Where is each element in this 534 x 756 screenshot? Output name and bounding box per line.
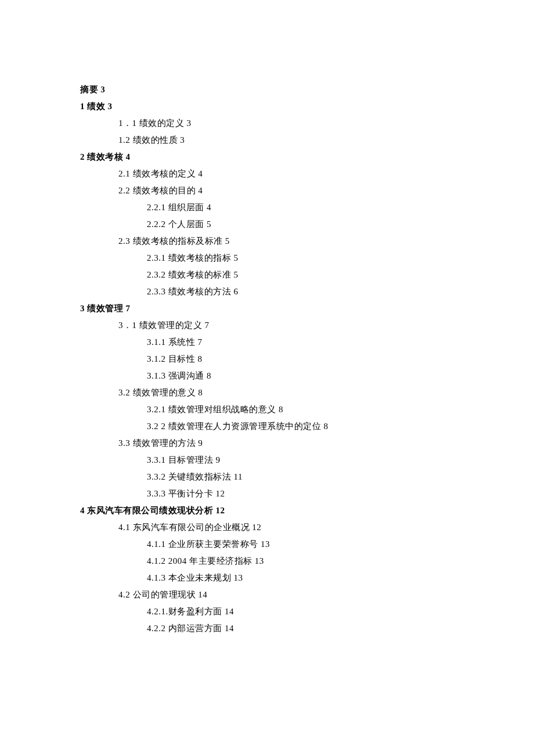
toc-entry: 3 绩效管理 7	[80, 300, 476, 317]
toc-entry: 3.3.3 平衡计分卡 12	[147, 485, 476, 502]
toc-label: 3.3.3 平衡计分卡	[147, 489, 213, 498]
toc-page: 6	[234, 287, 239, 296]
toc-label: 4.2.1.财务盈利方面	[147, 607, 222, 616]
toc-label: 2.3.1 绩效考核的指标	[147, 253, 231, 262]
toc-label: 3.3 绩效管理的方法	[118, 438, 196, 448]
toc-entry: 4.2 公司的管理现状 14	[118, 586, 476, 603]
toc-page: 7	[126, 304, 131, 313]
toc-entry: 2.3.2 绩效考核的标准 5	[147, 267, 476, 283]
toc-page: 13	[261, 539, 270, 549]
toc-label: 3.2 2 绩效管理在人力资源管理系统中的定位	[147, 422, 321, 431]
toc-entry: 2 绩效考核 4	[80, 149, 476, 165]
toc-page: 14	[198, 590, 207, 599]
toc-page: 12	[216, 489, 225, 498]
toc-page: 4	[126, 152, 131, 161]
toc-label: 3.2 绩效管理的意义	[118, 388, 196, 397]
toc-page: 8	[207, 371, 211, 380]
toc-label: 3.1.1 系统性	[147, 337, 195, 347]
toc-entry: 1 绩效 3	[80, 98, 476, 115]
toc-page: 4	[207, 203, 211, 212]
toc-page: 13	[234, 573, 243, 582]
toc-page: 8	[279, 405, 283, 414]
toc-page: 3	[187, 118, 192, 128]
toc-page: 9	[216, 455, 221, 465]
toc-entry: 4.1.2 2004 年主要经济指标 13	[147, 553, 476, 570]
toc-entry: 3.1.2 目标性 8	[147, 351, 476, 368]
toc-label: 3.1.3 强调沟通	[147, 371, 204, 380]
toc-entry: 4.1.1 企业所获主要荣誉称号 13	[147, 536, 476, 553]
toc-label: 3.3.2 关键绩效指标法	[147, 472, 231, 481]
toc-entry: 4.2.2 内部运营方面 14	[147, 620, 476, 637]
toc-entry: 2.2.2 个人层面 5	[147, 216, 476, 233]
toc-label: 4.1.1 企业所获主要荣誉称号	[147, 539, 258, 549]
toc-label: 2.1 绩效考核的定义	[118, 169, 196, 178]
toc-entry: 3.1.3 强调沟通 8	[147, 368, 476, 384]
toc-page: 9	[198, 438, 203, 448]
toc-page: 8	[324, 422, 329, 431]
toc-page: 3	[100, 85, 105, 94]
toc-page: 5	[234, 270, 239, 279]
toc-label: 1 绩效	[80, 102, 105, 111]
toc-entry: 3.2 2 绩效管理在人力资源管理系统中的定位 8	[147, 418, 476, 435]
toc-label: 1.2 绩效的性质	[118, 135, 178, 145]
toc-page: 8	[198, 354, 203, 363]
toc-label: 4.2 公司的管理现状	[118, 590, 196, 599]
toc-label: 2.2 绩效考核的目的	[118, 186, 196, 195]
toc-label: 4.1.2 2004 年主要经济指标	[147, 556, 252, 566]
toc-entry: 3.3.2 关键绩效指标法 11	[147, 469, 476, 485]
toc-page: 12	[216, 506, 225, 515]
toc-page: 3	[108, 102, 113, 111]
toc-label: 3.3.1 目标管理法	[147, 455, 213, 465]
toc-label: 3.1.2 目标性	[147, 354, 195, 363]
toc-entry: 摘要 3	[80, 81, 476, 98]
toc-entry: 2.3 绩效考核的指标及标准 5	[118, 233, 476, 250]
toc-entry: 4.1.3 本企业未来规划 13	[147, 570, 476, 586]
toc-page: 7	[198, 337, 203, 347]
toc-label: 3 绩效管理	[80, 304, 123, 313]
toc-label: 摘要	[80, 85, 98, 94]
toc-label: 3．1 绩效管理的定义	[118, 321, 202, 330]
toc-label: 2.2.1 组织层面	[147, 203, 204, 212]
toc-label: 4.2.2 内部运营方面	[147, 624, 222, 633]
toc-entry: 3．1 绩效管理的定义 7	[118, 317, 476, 334]
toc-label: 3.2.1 绩效管理对组织战略的意义	[147, 405, 276, 414]
toc-entry: 4.1 东风汽车有限公司的企业概况 12	[118, 519, 476, 536]
toc-page: 5	[234, 253, 239, 262]
toc-page: 14	[225, 624, 234, 633]
toc-entry: 2.3.1 绩效考核的指标 5	[147, 250, 476, 267]
toc-entry: 2.2 绩效考核的目的 4	[118, 182, 476, 199]
toc-entry: 3.2.1 绩效管理对组织战略的意义 8	[147, 401, 476, 418]
toc-page: 3	[180, 135, 185, 145]
toc-page: 8	[198, 388, 203, 397]
toc-label: 1．1 绩效的定义	[118, 118, 184, 128]
toc-page: 14	[225, 607, 234, 616]
toc-label: 2 绩效考核	[80, 152, 123, 161]
toc-page: 4	[198, 169, 203, 178]
toc-page: 12	[252, 523, 261, 532]
toc-page: 11	[234, 472, 243, 481]
table-of-contents: 摘要 31 绩效 31．1 绩效的定义 31.2 绩效的性质 32 绩效考核 4…	[80, 81, 476, 637]
toc-entry: 1．1 绩效的定义 3	[118, 115, 476, 132]
toc-page: 5	[207, 219, 211, 229]
toc-page: 13	[255, 556, 264, 566]
toc-label: 2.3.3 绩效考核的方法	[147, 287, 231, 296]
toc-entry: 3.3.1 目标管理法 9	[147, 452, 476, 469]
toc-entry: 3.3 绩效管理的方法 9	[118, 435, 476, 452]
toc-label: 2.2.2 个人层面	[147, 219, 204, 229]
toc-entry: 4.2.1.财务盈利方面 14	[147, 603, 476, 620]
toc-entry: 4 东风汽车有限公司绩效现状分析 12	[80, 502, 476, 519]
toc-label: 4 东风汽车有限公司绩效现状分析	[80, 506, 213, 515]
toc-entry: 1.2 绩效的性质 3	[118, 132, 476, 149]
toc-label: 2.3.2 绩效考核的标准	[147, 270, 231, 279]
toc-page: 7	[205, 321, 210, 330]
toc-entry: 3.2 绩效管理的意义 8	[118, 384, 476, 401]
toc-label: 4.1.3 本企业未来规划	[147, 573, 231, 582]
toc-page: 5	[225, 236, 230, 246]
toc-entry: 2.1 绩效考核的定义 4	[118, 165, 476, 182]
toc-entry: 2.3.3 绩效考核的方法 6	[147, 283, 476, 300]
toc-entry: 3.1.1 系统性 7	[147, 334, 476, 351]
toc-label: 4.1 东风汽车有限公司的企业概况	[118, 523, 250, 532]
toc-entry: 2.2.1 组织层面 4	[147, 199, 476, 216]
toc-page: 4	[198, 186, 203, 195]
toc-label: 2.3 绩效考核的指标及标准	[118, 236, 223, 246]
